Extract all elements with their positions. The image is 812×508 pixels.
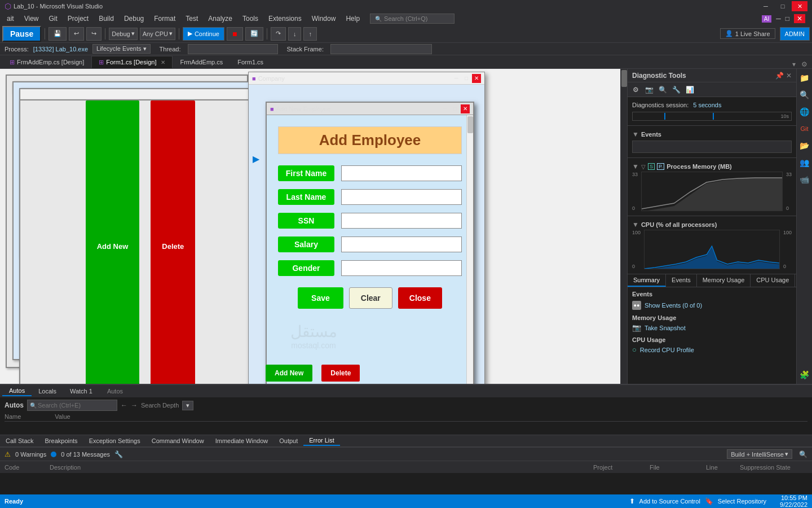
- company-close-btn[interactable]: ✕: [472, 74, 481, 83]
- tab-settings-icon[interactable]: ⚙: [799, 60, 810, 68]
- add-source-control[interactable]: Add to Source Control: [639, 498, 700, 505]
- menu-extensions[interactable]: Extensions: [264, 14, 306, 24]
- search-depth-dropdown[interactable]: ▾: [182, 401, 193, 410]
- tab-form1-cs[interactable]: Form1.cs: [230, 56, 271, 68]
- autos-next-icon[interactable]: →: [131, 401, 138, 409]
- stepout-btn[interactable]: ↑: [303, 27, 317, 41]
- autos-prev-icon[interactable]: ←: [121, 401, 127, 409]
- stepover-btn[interactable]: ↷: [271, 27, 286, 41]
- editor-scrollbar[interactable]: [620, 69, 627, 384]
- take-snapshot-label[interactable]: Take Snapshot: [645, 325, 686, 331]
- memory-collapse[interactable]: ▼ ▽ S P. Process Memory (MB): [632, 163, 792, 170]
- diag-more-icon[interactable]: 📊: [684, 84, 695, 95]
- tab-frm-add-emp-design[interactable]: ⊞ FrmAddEmp.cs [Design]: [2, 56, 91, 68]
- messages-count[interactable]: 0 of 13 Messages: [61, 451, 110, 458]
- debug-dropdown[interactable]: Debug▾: [109, 28, 137, 40]
- expand-arrow[interactable]: ▶: [253, 154, 259, 164]
- menu-window[interactable]: Window: [307, 14, 341, 24]
- watch-tab[interactable]: Watch 1: [63, 387, 99, 396]
- tab-breakpoints[interactable]: Breakpoints: [39, 436, 83, 445]
- company-minimize-btn[interactable]: ─: [452, 74, 461, 83]
- lifecycle-dropdown[interactable]: Lifecycle Events ▾: [92, 44, 151, 54]
- close-dialog-button[interactable]: Close: [398, 287, 442, 309]
- menu-tools[interactable]: Tools: [238, 14, 263, 24]
- warnings-count[interactable]: 0 Warnings: [15, 451, 46, 458]
- salary-input[interactable]: [341, 237, 462, 252]
- teams-side-icon[interactable]: 👥: [798, 156, 811, 169]
- tab-output[interactable]: Output: [273, 436, 303, 445]
- save-button[interactable]: Save: [298, 287, 343, 309]
- tab-overflow[interactable]: ▾: [789, 60, 799, 68]
- clear-button[interactable]: Clear: [349, 287, 392, 309]
- close-title-btn[interactable]: ✕: [794, 14, 805, 23]
- menu-test[interactable]: Test: [181, 14, 202, 24]
- chrome-side-icon[interactable]: 🌐: [798, 105, 811, 119]
- delete-btn-fg[interactable]: Delete: [321, 365, 360, 382]
- menu-format[interactable]: Format: [149, 14, 180, 24]
- tab-error-list[interactable]: Error List: [303, 436, 340, 446]
- menu-view[interactable]: View: [20, 14, 43, 24]
- add-new-btn-fg[interactable]: Add New: [266, 365, 312, 382]
- diag-tab-memory[interactable]: Memory Usage: [697, 274, 751, 287]
- restart-btn[interactable]: 🔄: [245, 27, 263, 41]
- cpu-collapse[interactable]: ▼ CPU (% of all processors): [632, 221, 792, 229]
- git-side-icon[interactable]: Git: [798, 122, 811, 135]
- live-share-button[interactable]: 👤 1 Live Share: [720, 28, 775, 39]
- diag-close-icon[interactable]: ✕: [786, 72, 792, 80]
- events-collapse[interactable]: ▼ Events: [632, 130, 792, 138]
- menu-analyze[interactable]: Analyze: [204, 14, 237, 24]
- tab-call-stack[interactable]: Call Stack: [0, 436, 39, 445]
- restore-title-btn[interactable]: □: [785, 15, 789, 23]
- toolbar-undo[interactable]: ↩: [69, 27, 84, 41]
- cpu-dropdown[interactable]: Any CPU▾: [140, 28, 175, 40]
- dialog-close-btn[interactable]: ✕: [461, 104, 470, 113]
- tab-form1-design[interactable]: ⊞ Form1.cs [Design] ✕: [91, 56, 173, 68]
- search-side-icon[interactable]: 🔍: [798, 88, 811, 102]
- diag-tab-cpu[interactable]: CPU Usage: [751, 274, 795, 287]
- first-name-input[interactable]: [341, 165, 462, 181]
- tab-immediate-window[interactable]: Immediate Window: [210, 436, 274, 445]
- diag-pin-icon[interactable]: 📌: [775, 72, 784, 80]
- filter-icon[interactable]: 🔧: [114, 450, 123, 458]
- ssn-input[interactable]: [341, 213, 462, 229]
- diag-filter-icon[interactable]: 🔧: [670, 84, 682, 95]
- dialog-minimize-btn[interactable]: ─: [440, 104, 449, 113]
- toolbar-save[interactable]: 💾: [48, 27, 67, 41]
- build-intellisense-dropdown[interactable]: Build + IntelliSense ▾: [727, 449, 792, 459]
- autos-search-input[interactable]: [38, 402, 105, 409]
- gender-input[interactable]: [341, 260, 462, 276]
- diag-tab-events[interactable]: Events: [666, 274, 697, 287]
- minimize-btn[interactable]: ─: [758, 1, 774, 11]
- add-new-button-bg[interactable]: Add New: [86, 100, 140, 384]
- admin-btn[interactable]: ADMIN: [780, 27, 810, 41]
- dialog-scrollbar[interactable]: [466, 115, 473, 384]
- search-errors-icon[interactable]: 🔍: [799, 450, 807, 458]
- toolbar-redo[interactable]: ↪: [86, 27, 102, 41]
- menu-ait[interactable]: ait: [2, 14, 19, 24]
- close-btn[interactable]: ✕: [792, 1, 807, 11]
- tab-command-window[interactable]: Command Window: [146, 436, 210, 445]
- diag-settings-icon[interactable]: ⚙: [630, 84, 641, 95]
- minimize-title-btn[interactable]: ─: [776, 15, 781, 23]
- extensions-side-icon[interactable]: 🧩: [798, 368, 811, 382]
- pause-button[interactable]: Pause: [2, 26, 41, 42]
- tab-exception-settings[interactable]: Exception Settings: [83, 436, 146, 445]
- diag-screenshot-icon[interactable]: 📷: [643, 84, 655, 95]
- record-cpu-label[interactable]: Record CPU Profile: [640, 347, 694, 353]
- solution-explorer-icon[interactable]: 📁: [798, 71, 811, 85]
- video-side-icon[interactable]: 📹: [798, 173, 811, 186]
- dialog-restore-btn[interactable]: □: [451, 104, 460, 113]
- menu-git[interactable]: Git: [44, 14, 61, 24]
- folder-side-icon[interactable]: 📂: [798, 139, 811, 152]
- tab-frm-add-emp-cs[interactable]: FrmAddEmp.cs: [173, 56, 230, 68]
- locals-tab[interactable]: Locals: [32, 387, 63, 396]
- restore-btn[interactable]: □: [775, 1, 791, 11]
- menu-project[interactable]: Project: [63, 14, 93, 24]
- company-restore-btn[interactable]: □: [462, 74, 471, 83]
- menu-build[interactable]: Build: [94, 14, 118, 24]
- search-label[interactable]: Search (Ctrl+Q): [384, 15, 427, 22]
- stop-btn[interactable]: ⏹: [227, 27, 243, 41]
- diag-tab-summary[interactable]: Summary: [628, 274, 666, 287]
- delete-button-bg[interactable]: Delete: [151, 100, 195, 384]
- tab-close-1[interactable]: ✕: [161, 59, 165, 65]
